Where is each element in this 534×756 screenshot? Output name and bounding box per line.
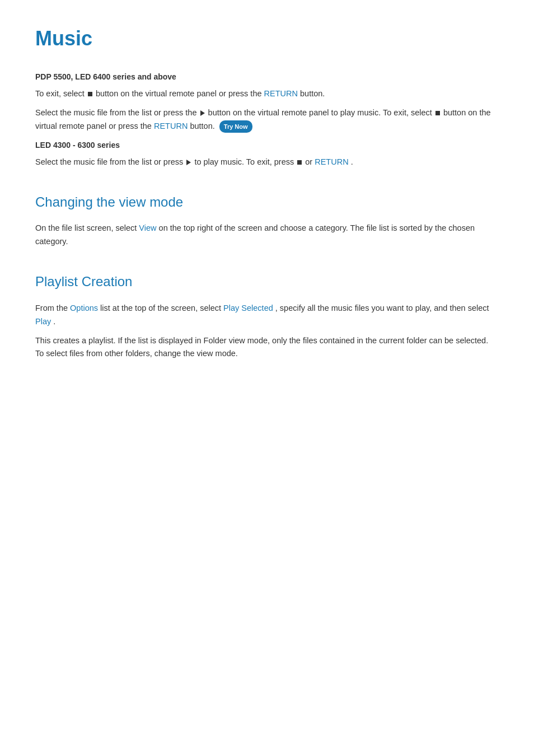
return-link-3[interactable]: RETURN: [315, 157, 348, 166]
playlist-text2: list at the top of the screen, select: [100, 304, 223, 312]
pdp-heading: PDP 5500, LED 6400 series and above: [35, 71, 499, 83]
para2-text4: button.: [190, 122, 214, 130]
view-link[interactable]: View: [139, 223, 156, 232]
playlist-text1: From the: [35, 304, 70, 312]
para2-text2: button on the virtual remote panel to pl…: [208, 108, 434, 117]
para3-text3: or: [305, 157, 315, 166]
led-heading: LED 4300 - 6300 series: [35, 139, 499, 151]
para1: To exit, select button on the virtual re…: [35, 87, 499, 101]
intro-section: PDP 5500, LED 6400 series and above To e…: [35, 71, 499, 169]
para3-text1: Select the music file from the list or p…: [35, 157, 185, 166]
play-selected-link[interactable]: Play Selected: [223, 304, 273, 312]
square-bullet-1: [88, 92, 92, 96]
para3: Select the music file from the list or p…: [35, 156, 499, 169]
playlist-para1: From the Options list at the top of the …: [35, 302, 499, 329]
para2-text1: Select the music file from the list or p…: [35, 108, 199, 117]
playlist-section: Playlist Creation From the Options list …: [35, 271, 499, 361]
para2: Select the music file from the list or p…: [35, 106, 499, 133]
view-mode-text1: On the file list screen, select: [35, 223, 139, 232]
para3-text4: .: [351, 157, 353, 166]
page-title: Music: [35, 22, 499, 55]
playlist-para2: This creates a playlist. If the list is …: [35, 334, 499, 361]
para3-text2: to play music. To exit, press: [194, 157, 296, 166]
playlist-text3: , specify all the music files you want t…: [275, 304, 489, 312]
square-bullet-2: [435, 111, 440, 115]
para1-text1: To exit, select: [35, 89, 87, 98]
view-mode-para: On the file list screen, select View on …: [35, 222, 499, 249]
return-link-1[interactable]: RETURN: [264, 89, 298, 98]
arrow-bullet-1: [200, 110, 205, 116]
para1-text3: button.: [300, 89, 325, 98]
try-now-badge[interactable]: Try Now: [219, 120, 252, 133]
arrow-bullet-2: [186, 160, 191, 165]
return-link-2[interactable]: RETURN: [154, 122, 188, 130]
playlist-title: Playlist Creation: [35, 271, 499, 292]
view-mode-title: Changing the view mode: [35, 192, 499, 213]
play-link[interactable]: Play: [35, 317, 51, 326]
square-bullet-3: [297, 160, 302, 165]
para1-text2: button on the virtual remote panel or pr…: [96, 89, 264, 98]
view-mode-section: Changing the view mode On the file list …: [35, 192, 499, 249]
playlist-text4: .: [53, 317, 55, 326]
options-link[interactable]: Options: [70, 304, 98, 312]
